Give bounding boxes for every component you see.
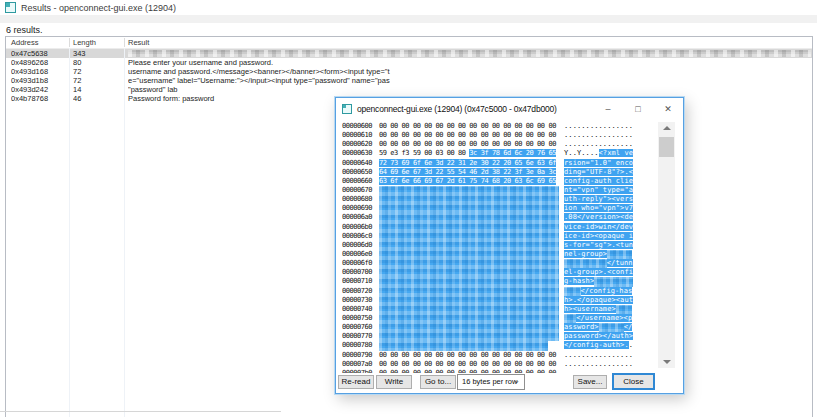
redacted-bytes [379,195,559,204]
column-separator[interactable] [69,38,70,47]
ascii-column: rsion="1.0" enco [564,159,634,168]
hex-row[interactable]: 00000780</config-auth>.. [342,341,642,350]
table-cell: Please enter your username and password. [128,58,811,67]
hex-row[interactable]: 0000066063 6f 6e 66 69 67 2d 61 75 74 68… [342,177,642,186]
hex-row[interactable]: 000006d0s-for="sg">.<tun [342,241,642,250]
hex-bytes [379,213,560,222]
column-header-result[interactable]: Result [128,38,149,47]
ascii-column: ................ [564,131,634,140]
close-icon[interactable]: ✕ [653,98,683,120]
hex-bytes: 72 73 69 6f 6e 3d 22 31 2e 30 22 20 65 6… [379,159,560,168]
redacted-bytes [607,250,632,259]
reread-button[interactable]: Re-read [338,375,374,389]
minimize-icon[interactable]: – [593,98,623,120]
ascii-column: ................ [564,140,634,149]
hex-row[interactable]: 00000690ion who="vpn">v7 [342,204,642,213]
table-row[interactable]: 0x47c5638343 [6,49,812,58]
column-header-address[interactable]: Address [11,38,39,47]
redacted-bytes [564,259,607,268]
hex-row[interactable]: 000006e0nel-group> [342,250,642,259]
ascii-column: ion who="vpn">v7 [564,204,634,213]
goto-button[interactable]: Go to... [420,375,456,389]
hex-row[interactable]: 00000750</username><p [342,314,642,323]
column-header-length[interactable]: Length [73,38,96,47]
hex-row[interactable]: 00000740h><username> [342,305,642,314]
redacted-bytes [379,259,559,268]
table-cell: 0x493d1b8 [11,76,69,85]
save-button[interactable]: Save... [573,375,607,389]
screen: Results - openconnect-gui.exe (12904) 6 … [0,0,817,417]
hex-row[interactable]: 00000700el-group>.<confi [342,268,642,277]
close-button[interactable]: Close [612,373,655,390]
redacted-bytes [379,241,559,250]
maximize-icon[interactable]: □ [623,98,653,120]
hex-bytes [379,277,560,286]
hex-row[interactable]: 00000770password></auth> [342,332,642,341]
table-row[interactable]: 0x493d24214"password" lab [6,85,812,94]
chevron-down-icon: ⌄ [513,374,520,388]
table-row[interactable]: 0x489626880Please enter your username an… [6,58,812,67]
hex-bytes: 00 00 00 00 00 00 00 00 00 00 00 00 00 0… [379,131,560,140]
ascii-column: assword></ [564,323,634,332]
ascii-column: .08</version><de [564,213,634,222]
hex-offset: 00000660 [342,177,375,186]
hex-offset: 00000750 [342,314,375,323]
hex-bytes [379,332,560,341]
hex-row[interactable]: 000007b000 00 00 00 00 00 00 00 00 00 00… [342,369,642,373]
hex-row[interactable]: 000006f0</tunn [342,259,642,268]
hex-row[interactable]: 00000670nt="vpn" type="a [342,186,642,195]
ascii-column: h>.</opaque><aut [564,296,634,305]
hex-row[interactable]: 000006c0ice-id><opaque i [342,232,642,241]
redacted-bytes [594,277,632,286]
hex-row[interactable]: 000006a0.08</version><de [342,213,642,222]
table-cell: e="username" label="Username:"></input><… [128,76,811,85]
hex-bytes [379,341,560,350]
hex-bytes: 00 00 00 00 00 00 00 00 00 00 00 00 00 0… [379,351,560,360]
hex-bytes: 00 00 00 00 00 00 00 00 00 00 00 00 00 0… [379,140,560,149]
hex-row[interactable]: 0000062000 00 00 00 00 00 00 00 00 00 00… [342,140,642,149]
write-button[interactable]: Write [376,375,412,389]
main-window-title: Results - openconnect-gui.exe (12904) [21,3,176,13]
ascii-column: h><username> [564,305,634,314]
hex-viewer[interactable]: 0000060000 00 00 00 00 00 00 00 00 00 00… [342,122,642,373]
hex-offset: 00000720 [342,287,375,296]
column-separator[interactable] [124,38,125,47]
ascii-column: Y..Y....<?xml ve [564,149,634,158]
ascii-column: uth-reply"><vers [564,195,634,204]
table-row[interactable]: 0x493d16872username and password.</messa… [6,67,812,76]
hex-offset: 00000710 [342,277,375,286]
table-cell: 0x493d168 [11,67,69,76]
hex-bytes [379,268,560,277]
hex-row[interactable]: 000007a000 00 00 00 00 00 00 00 00 00 00… [342,360,642,369]
hex-row[interactable]: 00000710g-hash> [342,277,642,286]
hex-row[interactable]: 0000060000 00 00 00 00 00 00 00 00 00 00… [342,122,642,131]
table-row[interactable]: 0x493d1b872e="username" label="Username:… [6,76,812,85]
hex-row[interactable]: 0000079000 00 00 00 00 00 00 00 00 00 00… [342,351,642,360]
hex-row[interactable]: 0000061000 00 00 00 00 00 00 00 00 00 00… [342,131,642,140]
hex-offset: 00000760 [342,323,375,332]
hex-row[interactable]: 0000065064 69 6e 67 3d 22 55 54 46 2d 38… [342,168,642,177]
hex-row[interactable]: 00000730h>.</opaque><aut [342,296,642,305]
hex-row[interactable]: 00000760assword></ [342,323,642,332]
main-window-titlebar: Results - openconnect-gui.exe (12904) [0,0,817,15]
hex-row[interactable]: 0000063059 e3 f3 59 00 03 00 80 3c 3f 78… [342,149,642,158]
hex-offset: 00000780 [342,341,375,350]
scrollbar-thumb[interactable] [659,137,674,157]
table-cell: 46 [73,94,123,103]
scroll-down-icon[interactable] [658,356,675,368]
hex-row[interactable]: 000006b0vice-id>win</dev [342,223,642,232]
scroll-up-icon[interactable] [658,122,675,134]
bytes-per-row-select[interactable]: 16 bytes per row ⌄ [457,374,525,390]
table-cell: "password" lab [128,85,811,94]
hex-row[interactable]: 0000064072 73 69 6f 6e 3d 22 31 2e 30 22… [342,159,642,168]
column-gridline [124,48,125,417]
hex-bytes [379,259,560,268]
ascii-column: </config-auth>.. [564,341,634,350]
redacted-bytes [379,296,559,305]
dialog-titlebar[interactable]: openconnect-gui.exe (12904) (0x47c5000 -… [336,98,683,120]
hex-bytes [379,223,560,232]
vertical-scrollbar[interactable] [658,122,675,368]
redacted-bytes [379,277,559,286]
hex-row[interactable]: 00000680uth-reply"><vers [342,195,642,204]
hex-row[interactable]: 00000720</config-has [342,287,642,296]
